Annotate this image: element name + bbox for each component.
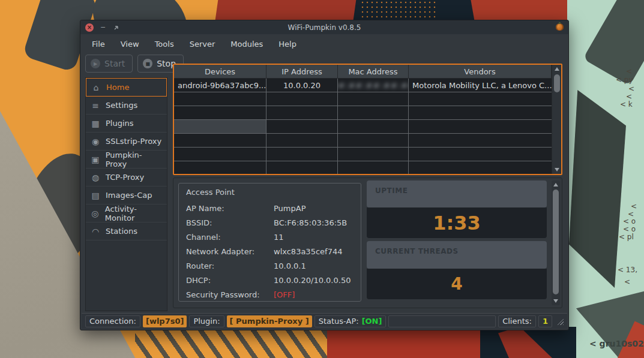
spy-icon: ◉ [91, 137, 100, 146]
table-row[interactable]: android-9b6a37abc9... 10.0.0.20 ##:##:##… [174, 79, 552, 92]
table-row[interactable] [174, 120, 552, 134]
sidebar-item-tcp-proxy[interactable]: ◍ TCP-Proxy [86, 169, 167, 186]
clients-value-segment: 1 [538, 315, 552, 327]
scrollbar-thumb[interactable] [554, 74, 560, 92]
table-row[interactable] [174, 134, 552, 148]
ap-field-label: Network Adapter: [186, 247, 274, 259]
sidebar-item-label: Home [106, 83, 129, 92]
plugin-value-chip: [ Pumpkin-Proxy ] [227, 315, 312, 327]
desktop-text-fragment: < [628, 85, 634, 93]
sidebar-item-activity-monitor[interactable]: ◎ Activity-Monitor [86, 204, 167, 222]
status-ap-segment: Status-AP: [ON] [314, 315, 387, 327]
start-button[interactable]: ▶ Start [85, 55, 133, 73]
start-button-label: Start [104, 59, 125, 68]
ap-field-label: Security Password: [186, 290, 274, 302]
statusbar-spacer [388, 315, 496, 327]
sidebar-item-stations[interactable]: ◠ Stations [86, 222, 167, 240]
sidebar-item-label: Settings [106, 101, 137, 110]
sidebar-item-pumpkin-proxy[interactable]: ▣ Pumpkin-Proxy [86, 151, 167, 169]
wifi-pumpkin-window: × ─ WiFi-Pumpkin v0.8.5 File View Tools … [80, 20, 569, 330]
sidebar-item-images-cap[interactable]: ▤ Images-Cap [86, 186, 167, 204]
scroll-down-arrow[interactable] [552, 297, 560, 305]
table-row[interactable] [174, 92, 552, 106]
stats-scrollbar[interactable] [552, 180, 560, 305]
ap-field-value: PumpAP [274, 204, 306, 216]
status-ap-label: Status-AP: [319, 317, 359, 326]
device-cell[interactable]: android-9b6a37abc9... [174, 79, 266, 92]
antenna-icon: ◍ [91, 173, 100, 182]
menu-tools[interactable]: Tools [147, 36, 182, 52]
desktop-text-fragment: < o [623, 217, 636, 225]
table-scrollbar[interactable] [552, 65, 561, 174]
stop-icon: ■ [143, 59, 152, 68]
scroll-down-arrow[interactable] [552, 166, 562, 174]
clients-count: 1 [543, 317, 548, 326]
column-header-ip[interactable]: IP Address [266, 65, 338, 79]
ap-field: Router: 10.0.0.1 [186, 261, 356, 273]
status-ap-value: [ON] [362, 317, 382, 326]
ap-field-label: BSSID: [186, 218, 274, 230]
ap-field: BSSID: BC:F6:85:03:36:5B [186, 218, 356, 230]
table-row[interactable] [174, 106, 552, 120]
ap-field: AP Name: PumpAP [186, 204, 356, 216]
home-icon: ⌂ [91, 83, 101, 92]
ip-cell[interactable]: 10.0.0.20 [266, 79, 338, 92]
selected-cell[interactable] [174, 120, 266, 134]
toolbar: ▶ Start ■ Stop [85, 55, 184, 73]
table-row[interactable] [174, 161, 552, 174]
window-title: WiFi-Pumpkin v0.8.5 [80, 23, 568, 32]
ap-field-label: Channel: [186, 233, 274, 245]
menu-view[interactable]: View [113, 36, 147, 52]
menu-server[interactable]: Server [182, 36, 223, 52]
desktop-text-fragment: < [631, 202, 637, 210]
ap-field-value: 10.0.0.20/10.0.0.50 [274, 276, 351, 288]
column-header-vendors[interactable]: Vendors [409, 65, 552, 79]
sidebar-item-home[interactable]: ⌂ Home [86, 78, 167, 97]
connection-label: Connection: [89, 317, 136, 326]
column-header-mac[interactable]: Mac Address [338, 65, 409, 79]
menu-help[interactable]: Help [271, 36, 304, 52]
play-icon: ▶ [91, 59, 100, 68]
vendor-cell[interactable]: Motorola Mobility LLC, a Lenovo C... [409, 79, 552, 92]
wifi-icon: ◠ [91, 227, 100, 236]
menu-modules[interactable]: Modules [223, 36, 271, 52]
desktop-text-fragment: < pl [619, 233, 634, 241]
desktop-text-fragment: < py [616, 76, 633, 84]
desktop-text-fragment: < k [620, 100, 633, 109]
pumpkin-icon [556, 23, 564, 31]
titlebar[interactable]: × ─ WiFi-Pumpkin v0.8.5 [80, 20, 568, 34]
sidebar-item-sslstrip-proxy[interactable]: ◉ SSLstrip-Proxy [86, 133, 167, 151]
threads-card-header: CURRENT THREADS [367, 241, 547, 269]
ap-field-label: AP Name: [186, 204, 274, 216]
ap-field: DHCP: 10.0.0.20/10.0.0.50 [186, 276, 356, 288]
mac-cell-redacted[interactable]: ##:##:##:##:## [338, 79, 409, 92]
scrollbar-thumb[interactable] [553, 189, 559, 294]
menu-file[interactable]: File [84, 36, 113, 52]
desktop-watermark: < gru10s02-ir [589, 339, 644, 348]
statusbar: Connection: [wlp7s0] Plugin: [ Pumpkin-P… [82, 313, 567, 329]
ap-field: Channel: 11 [186, 233, 356, 245]
close-button[interactable]: × [85, 23, 94, 32]
scroll-up-arrow[interactable] [552, 65, 562, 73]
sidebar-item-plugins[interactable]: ▦ Plugins [86, 115, 167, 133]
sidebar-item-label: Pumpkin-Proxy [106, 151, 162, 169]
sidebar-item-label: Plugins [106, 119, 134, 128]
access-point-groupbox: Access Point AP Name: PumpAP BSSID: BC:F… [178, 183, 361, 302]
table-row[interactable] [174, 148, 552, 161]
package-icon: ▣ [91, 155, 100, 164]
home-bottom-panel: Access Point AP Name: PumpAP BSSID: BC:F… [173, 178, 562, 308]
scroll-up-arrow[interactable] [552, 180, 560, 189]
wallpaper-bottom-red [327, 327, 489, 358]
ap-field-value: 11 [274, 233, 284, 245]
sidebar: ⌂ Home ≡ Settings ▦ Plugins ◉ SSLstrip-P… [85, 77, 167, 311]
sidebar-item-label: SSLstrip-Proxy [106, 137, 161, 146]
ap-field-value: 10.0.0.1 [274, 261, 306, 273]
resize-grip[interactable] [556, 317, 564, 325]
minimize-button[interactable]: ─ [98, 23, 107, 32]
ap-field-label: Router: [186, 261, 274, 273]
restore-button[interactable] [112, 23, 121, 32]
sidebar-item-label: Stations [106, 227, 137, 236]
column-header-devices[interactable]: Devices [174, 65, 266, 79]
clients-table: Devices IP Address Mac Address Vendors a… [173, 64, 562, 175]
sidebar-item-settings[interactable]: ≡ Settings [86, 97, 167, 115]
